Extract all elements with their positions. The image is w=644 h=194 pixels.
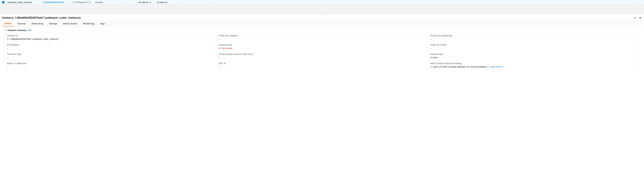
tab-details[interactable]: Details [2, 21, 15, 26]
instance-row[interactable]: unbiased_coder_instance i-08ab60b452d67b… [0, 0, 644, 5]
field-value: – [219, 56, 425, 59]
field-elastic-ip: Elastic IP addresses – [4, 61, 216, 70]
tab-security[interactable]: Security [15, 21, 29, 26]
field-answer-dns: Answer private resource DNS name – [216, 52, 428, 61]
field-instance-type: Instance type t2.micro [428, 52, 640, 61]
detail-tabs: Details Security Networking Storage Stat… [2, 21, 642, 26]
row-alarm-text: No alarms [138, 1, 148, 4]
learn-more-link[interactable]: Learn more [490, 66, 504, 68]
zoom-out-icon[interactable] [89, 1, 91, 4]
svg-point-4 [89, 2, 90, 3]
row-instance-id-link[interactable]: i-08ab60b452d67beb7 [43, 1, 64, 4]
field-value: – [7, 47, 214, 50]
panel-title-prefix: Instance: [2, 16, 14, 19]
field-hostname-type: Hostname type – [4, 52, 216, 61]
row-state: Terminated [72, 1, 95, 4]
field-vpc-id: VPC ID – [216, 61, 428, 70]
field-label: Public IPv4 address [219, 34, 425, 37]
close-icon[interactable]: ✕ [639, 16, 642, 20]
info-link[interactable]: Info [28, 29, 32, 31]
field-label: Private IPv4 addresses [430, 34, 637, 37]
field-label: Public IPv4 DNS [430, 44, 637, 46]
row-az: us-east-1a [157, 1, 182, 4]
section-title: Instance summary [8, 29, 26, 32]
row-monitoring: – [636, 1, 642, 4]
svg-line-5 [90, 2, 91, 3]
tab-monitoring[interactable]: Monitoring [80, 21, 97, 26]
field-value: – [7, 66, 214, 68]
field-public-dns: Public IPv4 DNS – [428, 42, 640, 52]
field-value: t2.micro [430, 56, 637, 59]
row-state-actions[interactable] [86, 1, 91, 4]
check-icon [2, 2, 4, 3]
field-ipv6: IPv6 address – [4, 42, 216, 52]
optimizer-text: Opt-in to AWS Compute Optimizer for reco… [433, 66, 488, 68]
row-type: t2.micro [95, 1, 122, 4]
field-instance-id: Instance ID i-08ab60b452d67beb7 (unbiase… [4, 33, 216, 42]
field-value: – [7, 56, 214, 59]
copy-icon[interactable] [7, 38, 9, 40]
info-icon: i [430, 66, 432, 68]
drag-handle-icon: = [322, 14, 322, 16]
panel-title: Instance: i-08ab60b452d67beb7 (unbiased_… [2, 16, 634, 20]
learn-more-text: Learn more [490, 66, 501, 68]
svg-point-6 [635, 18, 635, 18]
field-value: – [219, 38, 425, 40]
field-value: – [430, 38, 637, 40]
row-state-text: Terminated [75, 1, 86, 4]
row-name: unbiased_coder_instance [8, 1, 43, 4]
field-label: Elastic IP addresses [7, 62, 214, 64]
field-value: – [430, 47, 637, 50]
field-private-ipv4: Private IPv4 addresses – [428, 33, 640, 42]
field-value: – [219, 66, 425, 68]
panel-title-name: (unbiased_coder_instance) [44, 16, 80, 19]
field-label: Hostname type [7, 53, 214, 55]
field-value: i-08ab60b452d67beb7 (unbiased_coder_inst… [10, 38, 58, 40]
field-compute-optimizer: AWS Compute Optimizer finding i Opt-in t… [428, 61, 640, 70]
optimizer-sep: | [488, 66, 489, 68]
panel-title-id: i-08ab60b452d67beb7 [15, 16, 44, 19]
tab-storage[interactable]: Storage [46, 21, 60, 26]
caret-down-icon: ▼ [4, 29, 6, 31]
row-alarm: No alarms + [138, 1, 157, 4]
tab-networking[interactable]: Networking [29, 21, 46, 26]
field-label: IPv6 address [7, 44, 214, 46]
field-value: Terminated [222, 47, 232, 50]
row-checkbox[interactable] [2, 1, 4, 4]
field-label: Instance state [219, 44, 425, 46]
external-link-icon [502, 66, 504, 68]
field-instance-state: Instance state Terminated [216, 42, 428, 52]
instance-detail-panel: = Instance: i-08ab60b452d67beb7 (unbiase… [0, 14, 644, 70]
row-public-ip: – [182, 1, 212, 4]
svg-rect-7 [8, 38, 9, 40]
table-empty-area [0, 5, 644, 14]
tab-status-checks[interactable]: Status checks [60, 21, 80, 26]
tab-tags[interactable]: Tags [97, 21, 108, 26]
row-instance-id[interactable]: i-08ab60b452d67beb7 [43, 1, 72, 4]
zoom-in-icon[interactable] [86, 1, 89, 4]
panel-drag-handle[interactable]: = [0, 14, 644, 16]
section-header[interactable]: ▼ Instance summary Info [4, 28, 640, 33]
state-terminated-icon [219, 47, 221, 49]
field-label: Instance ID [7, 34, 214, 37]
field-label: Answer private resource DNS name [219, 53, 425, 55]
field-label: VPC ID [219, 62, 425, 64]
field-label: AWS Compute Optimizer finding [430, 62, 637, 64]
row-private-ip: – [212, 1, 241, 4]
svg-line-1 [88, 2, 88, 3]
field-public-ipv4: Public IPv4 address – [216, 33, 428, 42]
field-label: Instance type [430, 53, 637, 55]
add-alarm-button[interactable]: + [150, 1, 151, 4]
gear-icon[interactable] [634, 16, 636, 19]
state-stopped-icon [72, 1, 74, 4]
summary-fields: Instance ID i-08ab60b452d67beb7 (unbiase… [4, 33, 640, 70]
row-status-check: – [122, 1, 138, 4]
